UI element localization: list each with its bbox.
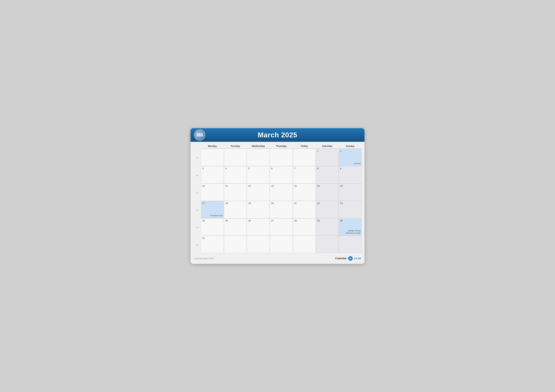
footer-brand: Calendar- 365 .co.uk xyxy=(335,256,361,261)
week-num-14: 14 xyxy=(193,236,201,253)
day-header-monday: Monday xyxy=(201,143,224,149)
day-event-2: Carnival xyxy=(354,162,361,165)
day-header-friday: Friday xyxy=(293,143,316,149)
day-cell-24-w4: 24 xyxy=(201,218,224,236)
day-number-12: 12 xyxy=(248,185,268,187)
calendar-week-3: 1110111213141516 xyxy=(193,184,362,201)
calendar-title: March 2025 xyxy=(258,131,297,139)
calendar-container: 365 March 2025 Monday Tuesday Wednesday … xyxy=(190,128,365,264)
day-cell-1-w0: 1 xyxy=(316,149,339,166)
day-number-9: 9 xyxy=(340,167,360,170)
week-num-11: 11 xyxy=(193,184,201,201)
day-cell-3-w1: 3 xyxy=(201,166,224,184)
day-number-1: 1 xyxy=(317,150,337,152)
day-cell-empty-w5 xyxy=(270,236,293,253)
week-num-12: 12 xyxy=(193,201,201,218)
day-number-3: 3 xyxy=(202,167,222,170)
day-cell-8-w1: 8 xyxy=(316,166,339,184)
day-cell-22-w3: 22 xyxy=(316,201,339,218)
day-number-4: 4 xyxy=(225,167,245,170)
day-cell-empty-w5 xyxy=(224,236,247,253)
day-cell-14-w2: 14 xyxy=(293,184,316,201)
day-cell-15-w2: 15 xyxy=(316,184,339,201)
day-number-17: 17 xyxy=(202,202,222,205)
day-cell-12-w2: 12 xyxy=(247,184,270,201)
day-event-30: Daylight SavingMothering Sunday xyxy=(346,229,361,234)
day-cell-13-w2: 13 xyxy=(270,184,293,201)
day-number-30: 30 xyxy=(340,219,360,222)
day-number-19: 19 xyxy=(248,202,268,205)
footer-label: Calendar March 2025 xyxy=(194,257,214,260)
day-cell-16-w2: 16 xyxy=(339,184,362,201)
day-cell-empty-w5 xyxy=(339,236,362,253)
day-cell-empty-w5 xyxy=(316,236,339,253)
day-number-31: 31 xyxy=(202,237,222,239)
day-header-thursday: Thursday xyxy=(270,143,293,149)
day-number-24: 24 xyxy=(202,219,222,222)
day-cell-4-w1: 4 xyxy=(224,166,247,184)
day-cell-empty-w0 xyxy=(224,149,247,166)
footer-brand-prefix: Calendar- xyxy=(335,257,347,260)
day-number-13: 13 xyxy=(271,185,291,187)
day-number-15: 15 xyxy=(317,185,337,187)
day-cell-27-w4: 27 xyxy=(270,218,293,236)
day-number-20: 20 xyxy=(271,202,291,205)
day-cell-23-w3: 23 xyxy=(339,201,362,218)
day-number-21: 21 xyxy=(294,202,314,205)
calendar-week-6: 1431 xyxy=(193,236,362,253)
calendar-week-5: 1324252627282930Daylight SavingMothering… xyxy=(193,218,362,236)
day-header-sunday: Sunday xyxy=(339,143,362,149)
calendar-footer: Calendar March 2025 Calendar- 365 .co.uk xyxy=(190,255,365,261)
day-cell-2-w0: 2Carnival xyxy=(339,149,362,166)
calendar-week-2: 103456789 xyxy=(193,166,362,184)
day-cell-26-w4: 26 xyxy=(247,218,270,236)
day-header-tuesday: Tuesday xyxy=(224,143,247,149)
day-cell-20-w3: 20 xyxy=(270,201,293,218)
day-cell-18-w3: 18 xyxy=(224,201,247,218)
day-headers-row: Monday Tuesday Wednesday Thursday Friday… xyxy=(193,143,362,149)
day-number-11: 11 xyxy=(225,185,245,187)
footer-brand-suffix: .co.uk xyxy=(353,257,361,260)
day-number-2: 2 xyxy=(340,150,360,152)
day-cell-19-w3: 19 xyxy=(247,201,270,218)
day-cell-30-w4: 30Daylight SavingMothering Sunday xyxy=(339,218,362,236)
day-number-6: 6 xyxy=(271,167,291,170)
day-cell-29-w4: 29 xyxy=(316,218,339,236)
day-number-16: 16 xyxy=(340,185,360,187)
day-cell-empty-w5 xyxy=(293,236,316,253)
day-cell-9-w1: 9 xyxy=(339,166,362,184)
day-cell-empty-w0 xyxy=(293,149,316,166)
day-cell-6-w1: 6 xyxy=(270,166,293,184)
calendar-week-1: 912Carnival xyxy=(193,149,362,166)
day-number-28: 28 xyxy=(294,219,314,222)
day-cell-17-w3: 17St Patrick's Day xyxy=(201,201,224,218)
week-num-10: 10 xyxy=(193,166,201,184)
day-number-25: 25 xyxy=(225,219,245,222)
day-cell-31-w5: 31 xyxy=(201,236,224,253)
day-number-27: 27 xyxy=(271,219,291,222)
calendar-week-4: 1217St Patrick's Day181920212223 xyxy=(193,201,362,218)
day-event-17: St Patrick's Day xyxy=(210,214,223,217)
day-header-wednesday: Wednesday xyxy=(247,143,270,149)
day-cell-empty-w0 xyxy=(247,149,270,166)
calendar-header: 365 March 2025 xyxy=(190,128,365,142)
day-cell-11-w2: 11 xyxy=(224,184,247,201)
day-number-8: 8 xyxy=(317,167,337,170)
day-number-14: 14 xyxy=(294,185,314,187)
day-number-18: 18 xyxy=(225,202,245,205)
week-num-13: 13 xyxy=(193,218,201,236)
week-num-9: 9 xyxy=(193,149,201,166)
day-cell-25-w4: 25 xyxy=(224,218,247,236)
logo-365: 365 xyxy=(194,129,205,141)
day-cell-5-w1: 5 xyxy=(247,166,270,184)
week-num-header-spacer xyxy=(193,143,201,149)
day-number-22: 22 xyxy=(317,202,337,205)
footer-brand-logo: 365 xyxy=(348,256,353,261)
day-number-5: 5 xyxy=(248,167,268,170)
calendar-body: Monday Tuesday Wednesday Thursday Friday… xyxy=(190,142,365,255)
day-number-10: 10 xyxy=(202,185,222,187)
day-number-26: 26 xyxy=(248,219,268,222)
day-number-23: 23 xyxy=(340,202,360,205)
day-cell-28-w4: 28 xyxy=(293,218,316,236)
calendar-grid: 912Carnival10345678911101112131415161217… xyxy=(193,149,362,253)
